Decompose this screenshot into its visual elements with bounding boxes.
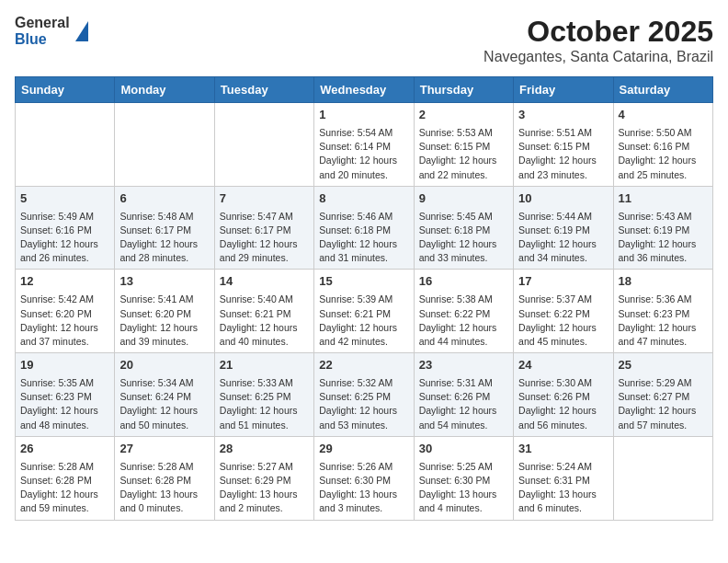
daylight-text: Daylight: 12 hours and 53 minutes. — [319, 404, 408, 431]
day-number: 27 — [119, 441, 209, 458]
sunrise-text: Sunrise: 5:53 AM — [419, 126, 508, 140]
sunset-text: Sunset: 6:17 PM — [119, 224, 209, 237]
logo-general: General — [15, 15, 70, 31]
calendar-cell: 6Sunrise: 5:48 AMSunset: 6:17 PMDaylight… — [115, 186, 214, 270]
calendar-cell: 14Sunrise: 5:40 AMSunset: 6:21 PMDayligh… — [214, 270, 313, 353]
daylight-text: Daylight: 12 hours and 26 minutes. — [20, 237, 109, 265]
calendar-week-row: 26Sunrise: 5:28 AMSunset: 6:28 PMDayligh… — [16, 436, 713, 520]
calendar-cell: 11Sunrise: 5:43 AMSunset: 6:19 PMDayligh… — [613, 186, 712, 270]
day-number: 3 — [518, 107, 608, 124]
day-number: 1 — [319, 107, 408, 124]
calendar-cell: 9Sunrise: 5:45 AMSunset: 6:18 PMDaylight… — [414, 186, 513, 270]
calendar-cell: 19Sunrise: 5:35 AMSunset: 6:23 PMDayligh… — [16, 353, 115, 437]
calendar-cell: 25Sunrise: 5:29 AMSunset: 6:27 PMDayligh… — [613, 353, 712, 437]
sunset-text: Sunset: 6:20 PM — [119, 307, 209, 321]
day-number: 26 — [20, 441, 109, 458]
sunrise-text: Sunrise: 5:48 AM — [119, 210, 209, 224]
calendar-cell: 7Sunrise: 5:47 AMSunset: 6:17 PMDaylight… — [214, 186, 313, 270]
day-number: 12 — [20, 273, 109, 291]
day-number: 10 — [518, 190, 608, 208]
daylight-text: Daylight: 12 hours and 44 minutes. — [419, 321, 508, 349]
daylight-text: Daylight: 13 hours and 2 minutes. — [220, 488, 309, 515]
day-number: 7 — [220, 190, 309, 208]
daylight-text: Daylight: 12 hours and 47 minutes. — [619, 321, 708, 349]
day-number: 28 — [220, 441, 309, 458]
calendar-cell: 28Sunrise: 5:27 AMSunset: 6:29 PMDayligh… — [214, 436, 313, 520]
calendar-cell: 17Sunrise: 5:37 AMSunset: 6:22 PMDayligh… — [514, 270, 613, 353]
sunrise-text: Sunrise: 5:24 AM — [518, 460, 608, 474]
day-number: 15 — [319, 273, 408, 291]
calendar-cell: 26Sunrise: 5:28 AMSunset: 6:28 PMDayligh… — [16, 436, 115, 520]
sunset-text: Sunset: 6:16 PM — [619, 140, 708, 154]
weekday-header-friday: Friday — [514, 77, 613, 103]
calendar-cell: 13Sunrise: 5:41 AMSunset: 6:20 PMDayligh… — [115, 270, 214, 353]
calendar-cell: 12Sunrise: 5:42 AMSunset: 6:20 PMDayligh… — [16, 270, 115, 353]
sunset-text: Sunset: 6:15 PM — [518, 140, 608, 154]
sunset-text: Sunset: 6:31 PM — [518, 474, 608, 488]
calendar-cell: 2Sunrise: 5:53 AMSunset: 6:15 PMDaylight… — [414, 103, 513, 187]
day-number: 21 — [220, 357, 309, 374]
calendar-cell: 10Sunrise: 5:44 AMSunset: 6:19 PMDayligh… — [514, 186, 613, 270]
sunrise-text: Sunrise: 5:27 AM — [220, 460, 309, 474]
day-number: 20 — [119, 357, 209, 374]
calendar-cell: 21Sunrise: 5:33 AMSunset: 6:25 PMDayligh… — [214, 353, 313, 437]
daylight-text: Daylight: 12 hours and 23 minutes. — [518, 154, 608, 181]
calendar-cell: 20Sunrise: 5:34 AMSunset: 6:24 PMDayligh… — [115, 353, 214, 437]
sunrise-text: Sunrise: 5:33 AM — [220, 376, 309, 390]
day-number: 29 — [319, 441, 408, 458]
sunrise-text: Sunrise: 5:26 AM — [319, 460, 408, 474]
sunset-text: Sunset: 6:29 PM — [220, 474, 309, 488]
sunrise-text: Sunrise: 5:29 AM — [619, 376, 708, 390]
day-number: 31 — [518, 441, 608, 458]
day-number: 16 — [419, 273, 508, 291]
calendar-cell: 18Sunrise: 5:36 AMSunset: 6:23 PMDayligh… — [613, 270, 712, 353]
day-number: 4 — [619, 107, 708, 124]
sunset-text: Sunset: 6:26 PM — [518, 390, 608, 404]
sunset-text: Sunset: 6:30 PM — [319, 474, 408, 488]
sunset-text: Sunset: 6:21 PM — [220, 307, 309, 321]
calendar-cell: 1Sunrise: 5:54 AMSunset: 6:14 PMDaylight… — [314, 103, 414, 187]
sunrise-text: Sunrise: 5:54 AM — [319, 126, 408, 140]
daylight-text: Daylight: 12 hours and 59 minutes. — [20, 488, 109, 515]
sunrise-text: Sunrise: 5:28 AM — [119, 460, 209, 474]
daylight-text: Daylight: 12 hours and 57 minutes. — [619, 404, 708, 431]
calendar-cell: 27Sunrise: 5:28 AMSunset: 6:28 PMDayligh… — [115, 436, 214, 520]
sunrise-text: Sunrise: 5:39 AM — [319, 293, 408, 306]
weekday-header-sunday: Sunday — [16, 77, 115, 103]
logo-triangle-icon — [75, 21, 88, 41]
day-number: 18 — [619, 273, 708, 291]
daylight-text: Daylight: 12 hours and 42 minutes. — [319, 321, 408, 349]
day-number: 22 — [319, 357, 408, 374]
sunrise-text: Sunrise: 5:40 AM — [220, 293, 309, 306]
calendar-week-row: 1Sunrise: 5:54 AMSunset: 6:14 PMDaylight… — [16, 103, 713, 187]
sunset-text: Sunset: 6:26 PM — [419, 390, 508, 404]
daylight-text: Daylight: 12 hours and 39 minutes. — [119, 321, 209, 349]
sunrise-text: Sunrise: 5:41 AM — [119, 293, 209, 306]
sunset-text: Sunset: 6:21 PM — [319, 307, 408, 321]
month-year-title: October 2025 — [483, 15, 713, 49]
day-number: 25 — [619, 357, 708, 374]
sunset-text: Sunset: 6:25 PM — [220, 390, 309, 404]
day-number: 6 — [119, 190, 209, 208]
calendar-cell: 15Sunrise: 5:39 AMSunset: 6:21 PMDayligh… — [314, 270, 414, 353]
calendar-week-row: 12Sunrise: 5:42 AMSunset: 6:20 PMDayligh… — [16, 270, 713, 353]
weekday-header-tuesday: Tuesday — [214, 77, 313, 103]
logo-text: General Blue — [15, 15, 70, 47]
sunset-text: Sunset: 6:18 PM — [319, 224, 408, 237]
calendar-cell: 30Sunrise: 5:25 AMSunset: 6:30 PMDayligh… — [414, 436, 513, 520]
daylight-text: Daylight: 12 hours and 36 minutes. — [619, 237, 708, 265]
location-subtitle: Navegantes, Santa Catarina, Brazil — [483, 49, 713, 65]
calendar-cell: 16Sunrise: 5:38 AMSunset: 6:22 PMDayligh… — [414, 270, 513, 353]
sunrise-text: Sunrise: 5:28 AM — [20, 460, 109, 474]
calendar-cell — [613, 436, 712, 520]
calendar-table: SundayMondayTuesdayWednesdayThursdayFrid… — [15, 76, 713, 521]
calendar-week-row: 5Sunrise: 5:49 AMSunset: 6:16 PMDaylight… — [16, 186, 713, 270]
calendar-week-row: 19Sunrise: 5:35 AMSunset: 6:23 PMDayligh… — [16, 353, 713, 437]
calendar-header-row: SundayMondayTuesdayWednesdayThursdayFrid… — [16, 77, 713, 103]
sunrise-text: Sunrise: 5:42 AM — [20, 293, 109, 306]
sunrise-text: Sunrise: 5:47 AM — [220, 210, 309, 224]
day-number: 9 — [419, 190, 508, 208]
calendar-cell: 3Sunrise: 5:51 AMSunset: 6:15 PMDaylight… — [514, 103, 613, 187]
logo: General Blue — [15, 15, 88, 47]
daylight-text: Daylight: 12 hours and 33 minutes. — [419, 237, 508, 265]
